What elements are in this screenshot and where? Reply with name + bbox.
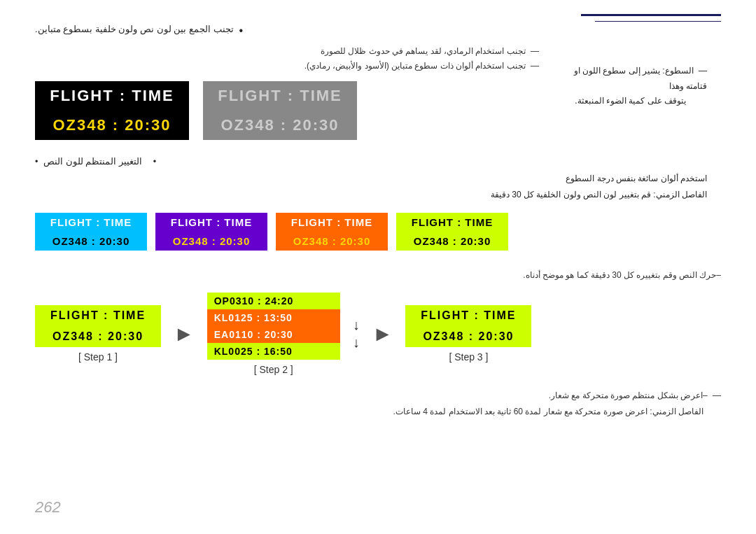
step2-label: [ Step 2 ] bbox=[254, 364, 293, 375]
panel-ygreen: FLIGHT : TIME OZ348 : 20:30 bbox=[396, 213, 508, 251]
panel-gray-row1: FLIGHT : TIME bbox=[203, 81, 357, 111]
step2-row1: KL0125 : 13:50 bbox=[207, 309, 340, 326]
panel-purple-row1: FLIGHT : TIME bbox=[155, 213, 267, 232]
step1-panel: FLIGHT : TIME OZ348 : 20:30 bbox=[35, 305, 161, 347]
step1-row2: OZ348 : 20:30 bbox=[35, 326, 161, 347]
bottom-note-line2: الفاصل الزمني: اعرض صورة متحركة مع شعار … bbox=[35, 404, 721, 420]
panel-gray: FLIGHT : TIME OZ348 : 20:30 bbox=[203, 81, 357, 140]
section2-notes: التغيير المنتظم للون النص • استخدم ألوان… bbox=[35, 154, 721, 202]
top-panels: FLIGHT : TIME OZ348 : 20:30 FLIGHT : TIM… bbox=[35, 81, 553, 140]
right-note-line1: السطوع: يشير إلى سطوع اللون او قتامته وه… bbox=[567, 64, 707, 94]
step1-label: [ Step 1 ] bbox=[78, 351, 118, 363]
right-note: السطوع: يشير إلى سطوع اللون او قتامته وه… bbox=[567, 21, 721, 109]
down-arrows-icon: ↓ ↓ bbox=[353, 317, 360, 351]
right-note-line2: يتوقف على كمية الضوء المنبعثة. bbox=[567, 94, 707, 109]
step2-wrapper: OP0310 : 24:20 KL0125 : 13:50 EA0110 : 2… bbox=[207, 293, 340, 375]
panel-orange-row2: OZ348 : 20:30 bbox=[276, 232, 388, 251]
step2-row2: EA0110 : 20:30 bbox=[207, 326, 340, 343]
sub-3: استخدم ألوان سائغة بنفس درجة السطوع bbox=[35, 171, 721, 187]
panel-black-row1: FLIGHT : TIME bbox=[35, 81, 189, 111]
bottom-note-line1: –اعرض بشكل منتظم صورة متحركة مع شعار. bbox=[35, 388, 721, 404]
step3-label: [ Step 3 ] bbox=[449, 351, 488, 363]
panel-gray-row2: OZ348 : 20:30 bbox=[203, 111, 357, 140]
step1-row1: FLIGHT : TIME bbox=[35, 305, 161, 326]
steps-section: FLIGHT : TIME OZ348 : 20:30 [ Step 1 ] ►… bbox=[35, 293, 721, 375]
arrow2-icon: ► bbox=[372, 322, 393, 346]
bullet-1: تجنب الجمع بين لون نص ولون خلفية بسطوع م… bbox=[35, 21, 553, 41]
panel-cyan-row2: OZ348 : 20:30 bbox=[35, 232, 147, 251]
panel-purple-row2: OZ348 : 20:30 bbox=[155, 232, 267, 251]
panel-black-row2: OZ348 : 20:30 bbox=[35, 111, 189, 140]
sub-1: تجنب استخدام الرمادي، لقد يساهم في حدوث … bbox=[35, 44, 553, 59]
bullet-2: التغيير المنتظم للون النص • bbox=[35, 154, 721, 171]
step1-wrapper: FLIGHT : TIME OZ348 : 20:30 [ Step 1 ] bbox=[35, 305, 161, 363]
step3-row1: FLIGHT : TIME bbox=[405, 305, 531, 326]
sub-2: تجنب استخدام ألوان ذات سطوع متباين (الأس… bbox=[35, 59, 553, 74]
section1-notes: تجنب الجمع بين لون نص ولون خلفية بسطوع م… bbox=[35, 21, 553, 74]
bottom-notes: –اعرض بشكل منتظم صورة متحركة مع شعار. ال… bbox=[35, 388, 721, 420]
color-panels-row: FLIGHT : TIME OZ348 : 20:30 FLIGHT : TIM… bbox=[35, 213, 721, 251]
right-divider bbox=[595, 21, 721, 22]
right-note-text: السطوع: يشير إلى سطوع اللون او قتامته وه… bbox=[567, 64, 707, 109]
step2-row0: OP0310 : 24:20 bbox=[207, 293, 340, 309]
page-number: 262 bbox=[35, 498, 61, 517]
step2-row3: KL0025 : 16:50 bbox=[207, 343, 340, 360]
step3-wrapper: FLIGHT : TIME OZ348 : 20:30 [ Step 3 ] bbox=[405, 305, 531, 363]
step2-panel: OP0310 : 24:20 KL0125 : 13:50 EA0110 : 2… bbox=[207, 293, 340, 360]
sub-4: الفاصل الزمني: قم بتغيير لون النص ولون ا… bbox=[35, 187, 721, 203]
arrow1-icon: ► bbox=[174, 322, 195, 346]
panel-black: FLIGHT : TIME OZ348 : 20:30 bbox=[35, 81, 189, 140]
top-divider bbox=[581, 14, 721, 16]
page: تجنب الجمع بين لون نص ولون خلفية بسطوع م… bbox=[0, 0, 756, 534]
panel-cyan-row1: FLIGHT : TIME bbox=[35, 213, 147, 232]
panel-cyan: FLIGHT : TIME OZ348 : 20:30 bbox=[35, 213, 147, 251]
panel-purple: FLIGHT : TIME OZ348 : 20:30 bbox=[155, 213, 267, 251]
panel-orange: FLIGHT : TIME OZ348 : 20:30 bbox=[276, 213, 388, 251]
panel-ygreen-row2: OZ348 : 20:30 bbox=[396, 232, 508, 251]
step3-row2: OZ348 : 20:30 bbox=[405, 326, 531, 347]
step3-panel: FLIGHT : TIME OZ348 : 20:30 bbox=[405, 305, 531, 347]
panel-orange-row1: FLIGHT : TIME bbox=[276, 213, 388, 232]
scroll-note: –حرك النص وقم بتغييره كل 30 دقيقة كما هو… bbox=[35, 268, 721, 283]
panel-ygreen-row1: FLIGHT : TIME bbox=[396, 213, 508, 232]
